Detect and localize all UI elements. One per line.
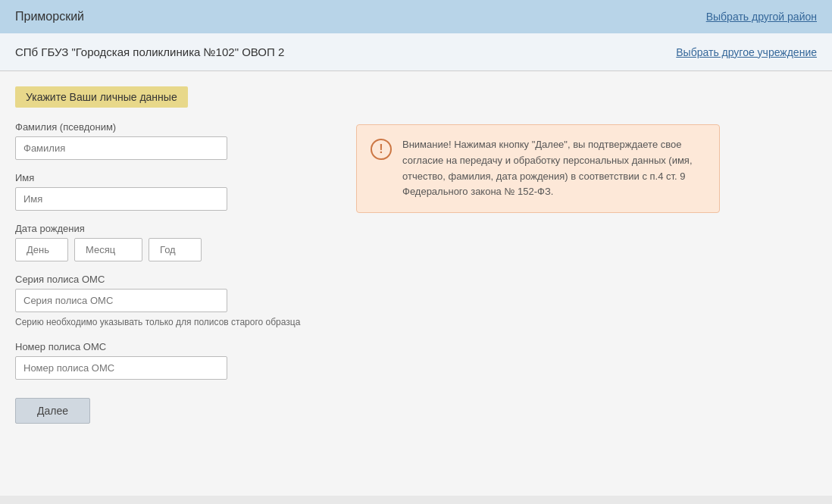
- date-fields: [15, 238, 333, 261]
- district-title: Приморский: [15, 10, 84, 23]
- surname-label: Фамилия (псевдоним): [15, 121, 333, 133]
- policy-number-input[interactable]: [15, 356, 227, 380]
- policy-series-label: Серия полиса ОМС: [15, 274, 333, 285]
- name-input[interactable]: [15, 187, 227, 211]
- notice-box: ! Внимание! Нажимая кнопку "Далее", вы п…: [356, 124, 720, 213]
- section-title: Укажите Ваши личные данные: [15, 86, 188, 108]
- notice-text: Внимание! Нажимая кнопку "Далее", вы под…: [402, 137, 705, 200]
- name-label: Имя: [15, 172, 333, 183]
- policy-series-hint: Серию необходимо указывать только для по…: [15, 316, 333, 329]
- main-content: Укажите Ваши личные данные Фамилия (псев…: [0, 71, 832, 496]
- change-institution-link[interactable]: Выбрать другое учреждение: [676, 46, 817, 58]
- change-district-link[interactable]: Выбрать другой район: [706, 11, 817, 23]
- policy-number-label: Номер полиса ОМС: [15, 341, 333, 352]
- name-group: Имя: [15, 172, 333, 211]
- content-wrapper: Укажите Ваши личные данные Фамилия (псев…: [15, 86, 817, 424]
- policy-series-input[interactable]: [15, 289, 227, 312]
- day-input[interactable]: [15, 238, 68, 261]
- policy-number-group: Номер полиса ОМС: [15, 341, 333, 380]
- month-input[interactable]: [74, 238, 142, 261]
- form-section: Укажите Ваши личные данные Фамилия (псев…: [15, 86, 333, 424]
- policy-series-group: Серия полиса ОМС Серию необходимо указыв…: [15, 274, 333, 329]
- surname-input[interactable]: [15, 136, 227, 160]
- birthdate-group: Дата рождения: [15, 223, 333, 261]
- submit-section: Далее: [15, 398, 333, 424]
- notice-icon: !: [371, 139, 392, 160]
- institution-bar: СПб ГБУЗ "Городская поликлиника №102" ОВ…: [0, 33, 832, 71]
- surname-group: Фамилия (псевдоним): [15, 121, 333, 160]
- top-bar: Приморский Выбрать другой район: [0, 0, 832, 33]
- birthdate-label: Дата рождения: [15, 223, 333, 234]
- institution-title: СПб ГБУЗ "Городская поликлиника №102" ОВ…: [15, 45, 284, 58]
- year-input[interactable]: [149, 238, 202, 261]
- submit-button[interactable]: Далее: [15, 398, 90, 424]
